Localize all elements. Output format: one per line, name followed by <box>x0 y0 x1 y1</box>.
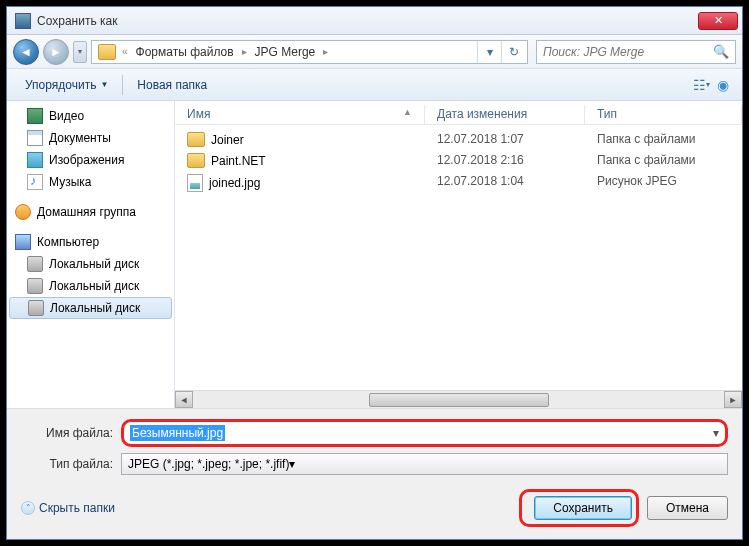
homegroup-icon <box>15 204 31 220</box>
chevron-right-icon: ▸ <box>240 46 249 57</box>
file-list: Joiner 12.07.2018 1:07 Папка с файлами P… <box>175 125 742 390</box>
close-button[interactable]: ✕ <box>698 12 738 30</box>
scroll-right-button[interactable]: ► <box>724 391 742 408</box>
filetype-select[interactable]: JPEG (*.jpg; *.jpeg; *.jpe; *.jfif) ▾ <box>121 453 728 475</box>
breadcrumb-back-icon[interactable]: « <box>120 46 130 57</box>
filename-label: Имя файла: <box>21 426 121 440</box>
search-box[interactable]: 🔍 <box>536 40 736 64</box>
filename-dropdown[interactable]: ▾ <box>713 426 719 440</box>
horizontal-scrollbar[interactable]: ◄ ► <box>175 390 742 408</box>
search-input[interactable] <box>543 45 713 59</box>
save-as-dialog: Сохранить как ✕ ◄ ► ▾ « Форматы файлов ▸… <box>6 6 743 540</box>
chevron-right-icon: ▸ <box>321 46 330 57</box>
breadcrumb-item[interactable]: Форматы файлов <box>130 45 240 59</box>
sort-indicator-icon: ▲ <box>403 107 412 122</box>
sidebar-item-disk[interactable]: Локальный диск <box>9 297 172 319</box>
column-date[interactable]: Дата изменения <box>425 105 585 124</box>
column-name[interactable]: Имя▲ <box>175 105 425 124</box>
sidebar-item-video[interactable]: Видео <box>7 105 174 127</box>
filetype-label: Тип файла: <box>21 457 121 471</box>
save-button-highlight: Сохранить <box>519 489 639 527</box>
chevron-up-icon: ˄ <box>21 501 35 515</box>
filename-value: Безымянный.jpg <box>130 425 225 441</box>
folder-icon <box>98 44 116 60</box>
scroll-thumb[interactable] <box>369 393 549 407</box>
view-options-button[interactable]: ☷ ▾ <box>690 74 712 96</box>
file-pane: Имя▲ Дата изменения Тип Joiner 12.07.201… <box>175 101 742 408</box>
folder-icon <box>187 153 205 168</box>
forward-button[interactable]: ► <box>43 39 69 65</box>
address-dropdown[interactable]: ▾ <box>477 41 501 63</box>
documents-icon <box>27 130 43 146</box>
sidebar-item-images[interactable]: Изображения <box>7 149 174 171</box>
hide-folders-button[interactable]: ˄ Скрыть папки <box>21 501 115 515</box>
filetype-value: JPEG (*.jpg; *.jpeg; *.jpe; *.jfif) <box>128 457 289 471</box>
cancel-button[interactable]: Отмена <box>647 496 728 520</box>
filetype-dropdown-icon: ▾ <box>289 457 295 471</box>
sidebar-item-disk[interactable]: Локальный диск <box>7 253 174 275</box>
disk-icon <box>27 256 43 272</box>
file-row[interactable]: joined.jpg 12.07.2018 1:04 Рисунок JPEG <box>175 171 742 195</box>
titlebar: Сохранить как ✕ <box>7 7 742 35</box>
search-icon: 🔍 <box>713 44 729 59</box>
back-button[interactable]: ◄ <box>13 39 39 65</box>
disk-icon <box>27 278 43 294</box>
video-icon <box>27 108 43 124</box>
address-bar[interactable]: « Форматы файлов ▸ JPG Merge ▸ ▾ ↻ <box>91 40 528 64</box>
disk-icon <box>28 300 44 316</box>
refresh-button[interactable]: ↻ <box>501 41 525 63</box>
images-icon <box>27 152 43 168</box>
app-icon <box>15 13 31 29</box>
music-icon <box>27 174 43 190</box>
bottom-panel: Имя файла: Безымянный.jpg ▾ Тип файла: J… <box>7 408 742 539</box>
toolbar: Упорядочить ▼ Новая папка ☷ ▾ ◉ <box>7 69 742 101</box>
jpg-icon <box>187 174 203 192</box>
file-row[interactable]: Joiner 12.07.2018 1:07 Папка с файлами <box>175 129 742 150</box>
sidebar-item-homegroup[interactable]: Домашняя группа <box>7 201 174 223</box>
column-headers: Имя▲ Дата изменения Тип <box>175 101 742 125</box>
sidebar-item-disk[interactable]: Локальный диск <box>7 275 174 297</box>
save-button[interactable]: Сохранить <box>534 496 632 520</box>
computer-icon <box>15 234 31 250</box>
column-type[interactable]: Тип <box>585 105 742 124</box>
filename-input[interactable]: Безымянный.jpg ▾ <box>121 419 728 447</box>
help-button[interactable]: ◉ <box>712 74 734 96</box>
sidebar-item-documents[interactable]: Документы <box>7 127 174 149</box>
organize-button[interactable]: Упорядочить ▼ <box>15 74 118 96</box>
sidebar-item-computer[interactable]: Компьютер <box>7 231 174 253</box>
breadcrumb-item[interactable]: JPG Merge <box>249 45 322 59</box>
file-row[interactable]: Paint.NET 12.07.2018 2:16 Папка с файлам… <box>175 150 742 171</box>
sidebar: Видео Документы Изображения Музыка Домаш… <box>7 101 175 408</box>
sidebar-item-music[interactable]: Музыка <box>7 171 174 193</box>
navigation-bar: ◄ ► ▾ « Форматы файлов ▸ JPG Merge ▸ ▾ ↻… <box>7 35 742 69</box>
scroll-left-button[interactable]: ◄ <box>175 391 193 408</box>
new-folder-button[interactable]: Новая папка <box>127 74 217 96</box>
nav-history-dropdown[interactable]: ▾ <box>73 41 87 63</box>
window-title: Сохранить как <box>37 14 698 28</box>
folder-icon <box>187 132 205 147</box>
